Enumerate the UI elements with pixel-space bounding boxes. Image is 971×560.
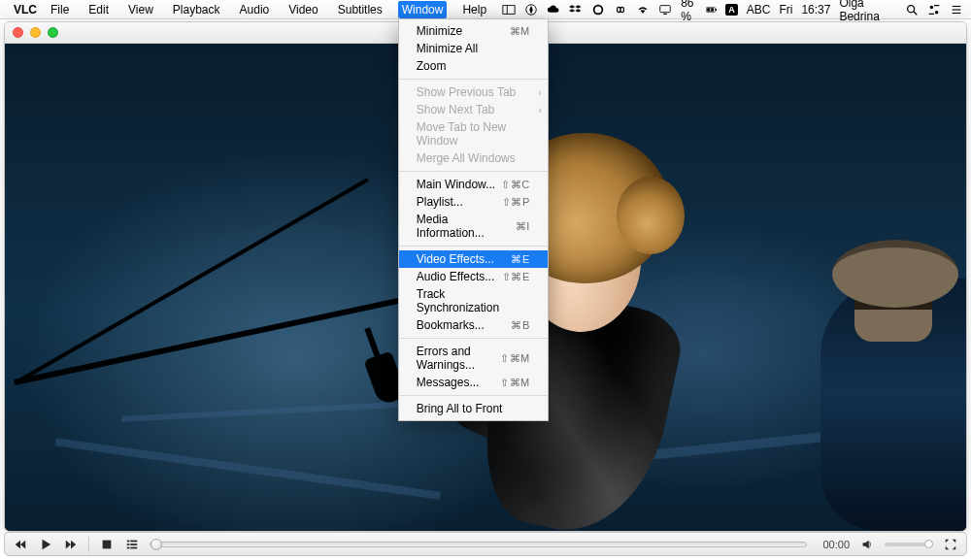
svg-rect-19 (130, 540, 137, 542)
menu-item-video-effects[interactable]: Video Effects...⌘E (399, 250, 548, 268)
menu-item-show-previous-tab: Show Previous Tab› (399, 83, 548, 101)
menu-edit[interactable]: Edit (84, 1, 113, 18)
menu-item-label: Errors and Warnings... (417, 345, 500, 372)
svg-point-11 (935, 10, 939, 14)
stop-button[interactable] (99, 537, 115, 552)
sync-icon[interactable] (591, 3, 605, 16)
battery-status[interactable]: 86 % (681, 0, 717, 23)
menu-item-bookmarks[interactable]: Bookmarks...⌘B (399, 316, 548, 334)
playback-controls: 00:00 (4, 532, 967, 556)
menu-item-shortcut: ⇧⌘M (500, 352, 530, 365)
svg-rect-6 (715, 8, 716, 10)
menu-window[interactable]: Window (398, 1, 448, 18)
notifications-icon[interactable] (950, 3, 963, 16)
wifi-icon[interactable] (636, 3, 650, 16)
controlcenter-icon[interactable] (927, 3, 941, 16)
menu-item-label: Merge All Windows (417, 151, 516, 165)
keyboard-layout-text[interactable]: ABC (747, 3, 771, 16)
menu-item-shortcut: ⇧⌘E (502, 271, 530, 283)
menu-item-shortcut: ⇧⌘C (501, 179, 529, 191)
menu-item-label: Bookmarks... (417, 318, 485, 332)
menu-item-shortcut: ⌘M (510, 25, 530, 38)
menu-item-label: Minimize (417, 24, 462, 38)
close-button[interactable] (13, 27, 23, 38)
menu-item-label: Show Next Tab (417, 103, 495, 116)
menu-item-label: Minimize All (417, 42, 478, 55)
menu-separator (399, 79, 548, 80)
menu-item-shortcut: ⌘I (516, 220, 530, 233)
menu-separator (399, 395, 548, 396)
menu-item-zoom[interactable]: Zoom (399, 57, 548, 75)
menu-item-label: Track Synchronization (417, 287, 530, 314)
menu-item-messages[interactable]: Messages...⇧⌘M (399, 374, 548, 391)
seek-knob[interactable] (151, 539, 162, 550)
menubar-day[interactable]: Fri (779, 3, 792, 16)
app-name[interactable]: VLC (14, 3, 37, 16)
menu-item-label: Media Information... (417, 213, 516, 240)
playlist-button[interactable] (124, 537, 140, 552)
menu-subtitles[interactable]: Subtitles (334, 1, 386, 18)
display-icon[interactable] (658, 3, 672, 16)
menu-file[interactable]: File (47, 1, 73, 18)
menu-item-bring-all-to-front[interactable]: Bring All to Front (399, 400, 548, 417)
svg-rect-22 (127, 546, 130, 548)
window-menu-dropdown: Minimize⌘MMinimize AllZoomShow Previous … (398, 19, 549, 421)
sidebar-icon[interactable] (502, 3, 516, 16)
spotlight-icon[interactable] (905, 3, 919, 16)
menu-item-media-information[interactable]: Media Information...⌘I (399, 211, 548, 242)
compass-icon[interactable] (524, 3, 538, 16)
menubar-right: 86 % A ABC Fri 16:37 Olga Bedrina (502, 0, 963, 23)
next-button[interactable] (63, 537, 79, 552)
menu-item-shortcut: ⌘B (511, 319, 529, 332)
keyboard-layout-badge[interactable]: A (725, 4, 738, 16)
svg-rect-0 (503, 5, 515, 14)
menu-item-label: Audio Effects... (417, 270, 495, 283)
menubar-user[interactable]: Olga Bedrina (839, 0, 896, 23)
fullscreen-button[interactable] (943, 537, 958, 552)
svg-line-9 (914, 11, 918, 15)
svg-rect-3 (660, 5, 671, 12)
infinity-icon[interactable] (614, 3, 627, 16)
menu-item-main-window[interactable]: Main Window...⇧⌘C (399, 176, 548, 193)
menu-audio[interactable]: Audio (236, 1, 274, 18)
menu-item-playlist[interactable]: Playlist...⇧⌘P (399, 193, 548, 211)
seek-slider[interactable] (150, 542, 807, 547)
menu-view[interactable]: View (124, 1, 157, 18)
menu-separator (399, 171, 548, 172)
volume-slider[interactable] (885, 543, 933, 546)
svg-rect-20 (127, 544, 130, 545)
svg-rect-18 (127, 540, 130, 542)
minimize-button[interactable] (30, 27, 41, 38)
menu-help[interactable]: Help (458, 1, 490, 18)
menu-item-errors-and-warnings[interactable]: Errors and Warnings...⇧⌘M (399, 343, 548, 374)
menu-item-label: Video Effects... (417, 252, 494, 266)
menu-playback[interactable]: Playback (169, 1, 224, 18)
menu-item-shortcut: ⇧⌘M (500, 377, 530, 389)
menu-video[interactable]: Video (285, 1, 321, 18)
menu-item-show-next-tab: Show Next Tab› (399, 101, 548, 118)
menu-item-label: Show Previous Tab (417, 85, 517, 99)
menu-item-minimize[interactable]: Minimize⌘M (399, 22, 548, 40)
svg-rect-21 (130, 544, 137, 545)
menu-item-move-tab-to-new-window: Move Tab to New Window (399, 118, 548, 149)
menu-item-audio-effects[interactable]: Audio Effects...⇧⌘E (399, 268, 548, 285)
time-display: 00:00 (822, 539, 850, 550)
prev-button[interactable] (13, 537, 28, 552)
cloud-icon[interactable] (547, 3, 560, 16)
menubar-clock[interactable]: 16:37 (801, 3, 830, 16)
battery-percent-text: 86 % (681, 0, 703, 23)
dropbox-icon[interactable] (569, 3, 583, 16)
svg-rect-23 (130, 546, 137, 548)
menu-item-minimize-all[interactable]: Minimize All (399, 40, 548, 57)
volume-knob[interactable] (924, 540, 933, 548)
play-button[interactable] (38, 537, 53, 552)
menu-separator (399, 338, 548, 339)
menu-item-shortcut: ⇧⌘P (502, 196, 530, 209)
submenu-chevron-icon: › (538, 87, 541, 98)
volume-icon[interactable] (859, 537, 875, 552)
menu-item-shortcut: ⌘E (511, 253, 529, 266)
menu-item-track-synchronization[interactable]: Track Synchronization (399, 285, 548, 316)
menu-item-label: Bring All to Front (417, 402, 503, 415)
zoom-button[interactable] (48, 27, 58, 38)
macos-menubar: VLC FileEditViewPlaybackAudioVideoSubtit… (0, 0, 971, 19)
